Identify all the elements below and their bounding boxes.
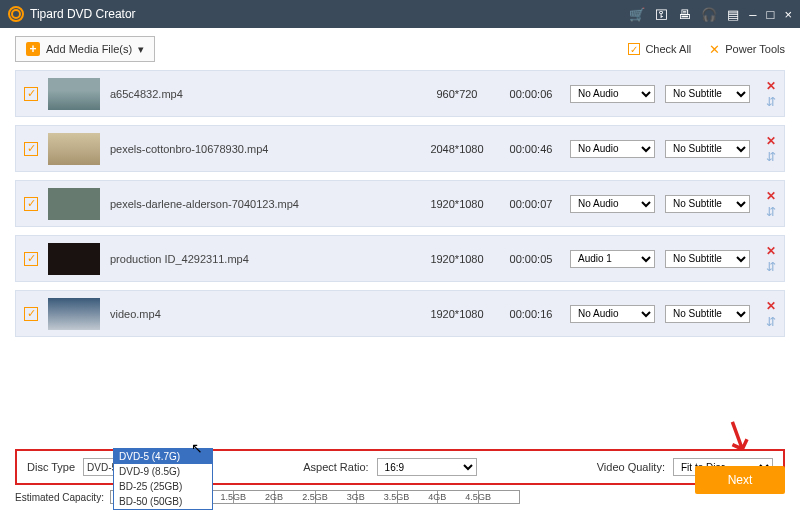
reorder-icon[interactable]: ⇵	[766, 150, 776, 164]
row-checkbox[interactable]: ✓	[24, 87, 38, 101]
headset-icon[interactable]: 🎧	[701, 7, 717, 22]
reorder-icon[interactable]: ⇵	[766, 260, 776, 274]
resolution: 960*720	[422, 88, 492, 100]
resolution: 1920*1080	[422, 253, 492, 265]
add-media-button[interactable]: + Add Media File(s) ▾	[15, 36, 155, 62]
thumbnail	[48, 188, 100, 220]
duration: 00:00:46	[502, 143, 560, 155]
file-name: pexels-cottonbro-10678930.mp4	[110, 143, 412, 155]
add-media-label: Add Media File(s)	[46, 43, 132, 55]
delete-icon[interactable]: ✕	[766, 299, 776, 313]
toolbar: + Add Media File(s) ▾ ✓ Check All ✕ Powe…	[0, 28, 800, 70]
file-name: production ID_4292311.mp4	[110, 253, 412, 265]
close-icon[interactable]: ×	[784, 7, 792, 22]
file-name: a65c4832.mp4	[110, 88, 412, 100]
thumbnail	[48, 133, 100, 165]
capacity-tick: 2GB	[265, 492, 283, 502]
capacity-tick: 4.5GB	[465, 492, 491, 502]
delete-icon[interactable]: ✕	[766, 244, 776, 258]
duration: 00:00:05	[502, 253, 560, 265]
resolution: 2048*1080	[422, 143, 492, 155]
reorder-icon[interactable]: ⇵	[766, 205, 776, 219]
disc-type-dropdown[interactable]: DVD-5 (4.7G)DVD-9 (8.5G)BD-25 (25GB)BD-5…	[113, 448, 213, 510]
chevron-down-icon: ▾	[138, 43, 144, 56]
subtitle-select[interactable]: No Subtitle	[665, 85, 750, 103]
reorder-icon[interactable]: ⇵	[766, 315, 776, 329]
checkbox-icon: ✓	[628, 43, 640, 55]
dropdown-option[interactable]: BD-25 (25GB)	[114, 479, 212, 494]
capacity-tick: 3.5GB	[384, 492, 410, 502]
check-all-label: Check All	[645, 43, 691, 55]
dropdown-option[interactable]: DVD-9 (8.5G)	[114, 464, 212, 479]
disc-type-label: Disc Type	[27, 461, 75, 473]
file-row[interactable]: ✓ pexels-cottonbro-10678930.mp4 2048*108…	[15, 125, 785, 172]
capacity-label: Estimated Capacity:	[15, 492, 104, 503]
thumbnail	[48, 243, 100, 275]
duration: 00:00:16	[502, 308, 560, 320]
resolution: 1920*1080	[422, 308, 492, 320]
power-tools-label: Power Tools	[725, 43, 785, 55]
power-tools-button[interactable]: ✕ Power Tools	[709, 42, 785, 57]
maximize-icon[interactable]: □	[767, 7, 775, 22]
print-icon[interactable]: 🖶	[678, 7, 691, 22]
audio-select[interactable]: No Audio	[570, 140, 655, 158]
tools-icon: ✕	[709, 42, 720, 57]
file-name: pexels-darlene-alderson-7040123.mp4	[110, 198, 412, 210]
thumbnail	[48, 78, 100, 110]
plus-icon: +	[26, 42, 40, 56]
duration: 00:00:07	[502, 198, 560, 210]
audio-select[interactable]: No Audio	[570, 85, 655, 103]
audio-select[interactable]: No Audio	[570, 195, 655, 213]
capacity-tick: 2.5GB	[302, 492, 328, 502]
file-row[interactable]: ✓ production ID_4292311.mp4 1920*1080 00…	[15, 235, 785, 282]
row-checkbox[interactable]: ✓	[24, 197, 38, 211]
cart-icon[interactable]: 🛒	[629, 7, 645, 22]
app-logo-icon	[8, 6, 24, 22]
audio-select[interactable]: No Audio	[570, 305, 655, 323]
check-all-button[interactable]: ✓ Check All	[628, 43, 691, 55]
menu-icon[interactable]: ▤	[727, 7, 739, 22]
aspect-ratio-select[interactable]: 16:9	[377, 458, 477, 476]
next-button[interactable]: Next	[695, 466, 785, 494]
dropdown-option[interactable]: BD-50 (50GB)	[114, 494, 212, 509]
subtitle-select[interactable]: No Subtitle	[665, 140, 750, 158]
thumbnail	[48, 298, 100, 330]
subtitle-select[interactable]: No Subtitle	[665, 195, 750, 213]
subtitle-select[interactable]: No Subtitle	[665, 250, 750, 268]
titlebar: Tipard DVD Creator 🛒 ⚿ 🖶 🎧 ▤ – □ ×	[0, 0, 800, 28]
row-checkbox[interactable]: ✓	[24, 252, 38, 266]
delete-icon[interactable]: ✕	[766, 79, 776, 93]
file-row[interactable]: ✓ video.mp4 1920*1080 00:00:16 No Audio …	[15, 290, 785, 337]
resolution: 1920*1080	[422, 198, 492, 210]
row-checkbox[interactable]: ✓	[24, 307, 38, 321]
video-quality-label: Video Quality:	[597, 461, 665, 473]
delete-icon[interactable]: ✕	[766, 134, 776, 148]
subtitle-select[interactable]: No Subtitle	[665, 305, 750, 323]
capacity-tick: 1.5GB	[221, 492, 247, 502]
file-row[interactable]: ✓ a65c4832.mp4 960*720 00:00:06 No Audio…	[15, 70, 785, 117]
file-row[interactable]: ✓ pexels-darlene-alderson-7040123.mp4 19…	[15, 180, 785, 227]
delete-icon[interactable]: ✕	[766, 189, 776, 203]
cursor-icon: ↖	[191, 440, 203, 456]
file-name: video.mp4	[110, 308, 412, 320]
capacity-tick: 4GB	[428, 492, 446, 502]
titlebar-icons: 🛒 ⚿ 🖶 🎧 ▤ – □ ×	[629, 7, 792, 22]
key-icon[interactable]: ⚿	[655, 7, 668, 22]
minimize-icon[interactable]: –	[749, 7, 756, 22]
aspect-ratio-label: Aspect Ratio:	[303, 461, 368, 473]
row-checkbox[interactable]: ✓	[24, 142, 38, 156]
file-list: ✓ a65c4832.mp4 960*720 00:00:06 No Audio…	[0, 70, 800, 337]
capacity-tick: 3GB	[347, 492, 365, 502]
app-title: Tipard DVD Creator	[30, 7, 629, 21]
reorder-icon[interactable]: ⇵	[766, 95, 776, 109]
audio-select[interactable]: Audio 1	[570, 250, 655, 268]
duration: 00:00:06	[502, 88, 560, 100]
